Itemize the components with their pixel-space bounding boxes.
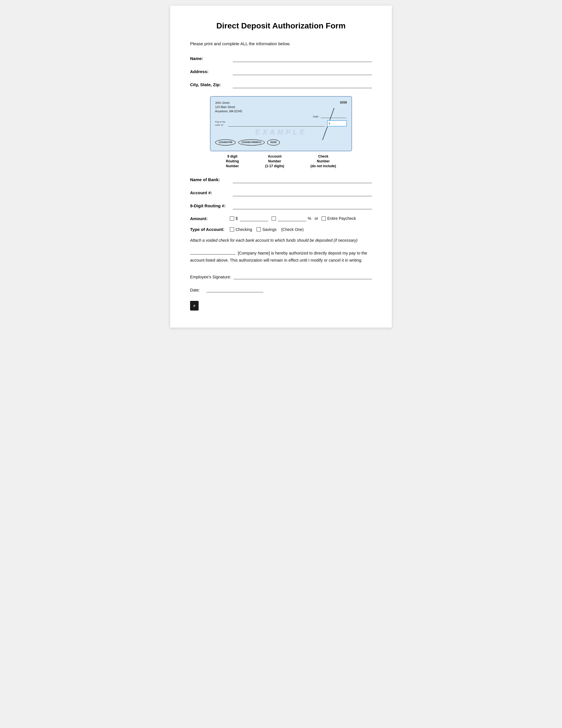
- city-state-zip-label: City, State, Zip:: [190, 82, 230, 88]
- account-number-label: AccountNumber(1-17 digits): [265, 154, 284, 168]
- voided-check-note: Attach a voided check for each bank acco…: [190, 238, 372, 243]
- routing-field-label: 9-Digit Routing #:: [190, 203, 230, 209]
- amount-dollar-input[interactable]: [240, 216, 268, 221]
- signature-label: Employee's Signature:: [190, 275, 231, 279]
- check-bottom-row: 123456789 1234567890011 0259: [215, 139, 347, 146]
- amount-dollar-sign: $: [236, 216, 238, 221]
- entire-paycheck-label: Entire Paycheck: [327, 216, 356, 221]
- signature-row: Employee's Signature:: [190, 272, 372, 279]
- date-input-line[interactable]: [207, 286, 264, 292]
- check-pay-label: Pay to theorder of:: [215, 121, 226, 127]
- check-number-label: CheckNumber(do not include): [310, 154, 336, 168]
- account-input-line[interactable]: [233, 189, 372, 196]
- check-city: Anywhere, MA 02345: [215, 110, 242, 113]
- check-number-top: 0259: [340, 101, 347, 104]
- routing-label-text: 9 digitRoutingNumber: [226, 154, 239, 168]
- check-labels-row: 9 digitRoutingNumber AccountNumber(1-17 …: [210, 154, 352, 168]
- name-label: Name:: [190, 56, 230, 62]
- check-dollar-sign: $: [329, 122, 330, 125]
- check-name: John Jones: [215, 101, 230, 104]
- document-page: Direct Deposit Authorization Form Please…: [170, 6, 392, 328]
- check-one-label: (Check One): [281, 227, 303, 232]
- check-amount-box: $: [327, 120, 347, 127]
- savings-option: Savings: [257, 227, 277, 232]
- form-section: Name of Bank: Account #: 9-Digit Routing…: [190, 176, 372, 310]
- check-date-line: [321, 115, 346, 118]
- check-date-label: Date:: [313, 115, 319, 118]
- address-input-line[interactable]: [233, 68, 372, 75]
- check-pay-row: Pay to theorder of: $: [215, 120, 347, 127]
- amount-dollar-option: $: [230, 216, 268, 221]
- check-example-container: John Jones 124 Main Street Anywhere, MA …: [190, 96, 372, 168]
- check-name-address: John Jones 124 Main Street Anywhere, MA …: [215, 101, 242, 113]
- check-example-watermark: EXAMPLE: [215, 128, 347, 137]
- check-number-bottom-oval: 0259: [267, 139, 280, 146]
- address-label: Address:: [190, 69, 230, 75]
- checking-checkbox[interactable]: [230, 227, 234, 231]
- check-date-row: Date:: [215, 115, 347, 118]
- routing-input-line[interactable]: [233, 202, 372, 209]
- amount-percent-sign: %: [308, 216, 311, 221]
- check-top-row: John Jones 124 Main Street Anywhere, MA …: [215, 101, 347, 113]
- city-state-zip-input-line[interactable]: [233, 81, 372, 88]
- savings-label: Savings: [262, 227, 277, 232]
- routing-field-row: 9-Digit Routing #:: [190, 202, 372, 209]
- check-street: 124 Main Street: [215, 106, 235, 109]
- check-routing-oval: 123456789: [215, 139, 236, 146]
- address-field-row: Address:: [190, 68, 372, 75]
- page-title: Direct Deposit Authorization Form: [190, 21, 372, 30]
- amount-label: Amount:: [190, 216, 230, 221]
- entire-paycheck-checkbox[interactable]: [321, 216, 326, 221]
- checking-label: Checking: [236, 227, 252, 232]
- account-field-row: Account #:: [190, 189, 372, 196]
- footer-icon-symbol: e: [194, 303, 195, 308]
- bank-name-label: Name of Bank:: [190, 177, 230, 183]
- entire-paycheck-option: Entire Paycheck: [321, 216, 356, 221]
- auth-text: [Company Name] is hereby authorized to d…: [190, 249, 372, 264]
- intro-text: Please print and complete ALL the inform…: [190, 41, 372, 46]
- routing-label: 9 digitRoutingNumber: [226, 154, 239, 168]
- savings-checkbox[interactable]: [257, 227, 261, 231]
- amount-percent-checkbox[interactable]: [272, 216, 276, 221]
- check-number-label-text: CheckNumber(do not include): [310, 154, 336, 168]
- date-row: Date:: [190, 286, 372, 292]
- amount-dollar-checkbox[interactable]: [230, 216, 234, 221]
- bank-name-field-row: Name of Bank:: [190, 176, 372, 183]
- checking-option: Checking: [230, 227, 252, 232]
- amount-percent-option: %: [272, 216, 311, 221]
- company-name-line: [190, 249, 236, 255]
- check-image: John Jones 124 Main Street Anywhere, MA …: [210, 96, 352, 151]
- amount-percent-input[interactable]: [278, 216, 306, 221]
- account-label: Account #:: [190, 190, 230, 196]
- check-account-oval: 1234567890011: [238, 139, 265, 146]
- signature-line[interactable]: [234, 272, 372, 279]
- amount-row: Amount: $ % or Enti: [190, 216, 372, 221]
- account-number-label-text: AccountNumber(1-17 digits): [265, 154, 284, 168]
- type-label: Type of Account:: [190, 227, 230, 232]
- check-pay-line: [228, 121, 325, 127]
- name-input-line[interactable]: [233, 55, 372, 62]
- type-options: Checking Savings (Check One): [230, 227, 304, 232]
- date-label: Date:: [190, 288, 204, 292]
- footer-icon: e: [190, 301, 199, 311]
- or-text: or: [314, 216, 318, 221]
- name-field-row: Name:: [190, 55, 372, 62]
- amount-options: $ % or Entire Paycheck: [230, 216, 356, 221]
- city-state-zip-field-row: City, State, Zip:: [190, 81, 372, 88]
- type-of-account-row: Type of Account: Checking Savings (Check…: [190, 227, 372, 232]
- bank-name-input-line[interactable]: [233, 176, 372, 183]
